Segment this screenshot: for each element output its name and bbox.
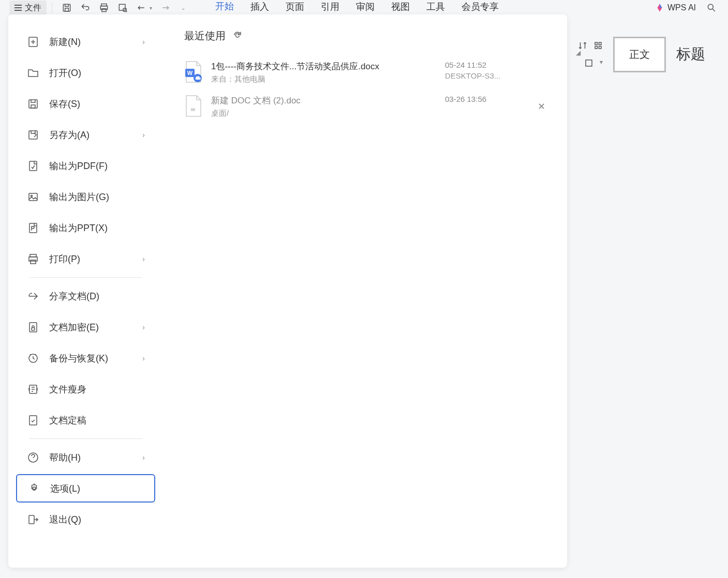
sidebar-item-slim[interactable]: 文件瘦身: [16, 375, 155, 403]
sidebar-item-label: 新建(N): [49, 36, 142, 48]
tab-page[interactable]: 页面: [286, 1, 304, 15]
sidebar-item-ppt[interactable]: 输出为PPT(X): [16, 214, 155, 242]
save-icon[interactable]: [61, 2, 73, 14]
sidebar-item-label: 另存为(A): [49, 129, 142, 141]
sidebar-item-label: 备份与恢复(K): [49, 352, 142, 364]
tab-tools[interactable]: 工具: [426, 1, 445, 15]
file-source: 桌面/: [211, 109, 437, 118]
hamburger-icon: [14, 5, 22, 11]
select-all-icon[interactable]: [593, 41, 603, 50]
expand-icon[interactable]: ◢: [576, 49, 581, 56]
svg-rect-0: [63, 4, 70, 11]
file-menu-label: 文件: [25, 3, 41, 13]
svg-rect-5: [119, 4, 125, 10]
undo-icon[interactable]: [135, 2, 147, 14]
box-icon[interactable]: [584, 58, 593, 68]
tab-start[interactable]: 开始: [215, 0, 234, 16]
chevron-right-icon: ›: [142, 354, 145, 362]
file-time: 05-24 11:52: [445, 60, 528, 69]
right-toolbar: WPS AI: [655, 0, 721, 16]
svg-text:W: W: [191, 107, 196, 112]
chevron-down-icon[interactable]: ⌄: [181, 5, 185, 11]
svg-rect-19: [29, 223, 37, 233]
file-name: 1包----商务技术文件...节活动奖品供应.docx: [211, 60, 437, 72]
tab-review[interactable]: 审阅: [356, 1, 375, 15]
sidebar-item-share[interactable]: 分享文档(D): [16, 282, 155, 310]
chevron-down-icon[interactable]: ▾: [150, 5, 152, 11]
file-menu-sidebar: 新建(N) › 打开(O) 保存(S) 另存为(A) › 输出为PDF(F) 输…: [8, 14, 164, 568]
svg-rect-1: [65, 8, 69, 11]
sidebar-item-finalize[interactable]: 文档定稿: [16, 406, 155, 434]
sidebar-item-plus-doc[interactable]: 新建(N) ›: [16, 27, 155, 56]
tab-reference[interactable]: 引用: [321, 1, 339, 15]
preview-icon[interactable]: [116, 2, 129, 14]
backup-icon: [26, 352, 40, 365]
sidebar-item-label: 打开(O): [49, 67, 145, 79]
sidebar-item-save-as[interactable]: 另存为(A) ›: [16, 120, 155, 149]
chevron-right-icon: ›: [142, 38, 145, 46]
share-icon: [26, 290, 40, 303]
ppt-icon: [26, 221, 40, 235]
style-heading[interactable]: 标题: [676, 44, 705, 64]
style-body-text[interactable]: 正文: [613, 37, 666, 72]
redo-icon[interactable]: [159, 2, 172, 14]
sidebar-item-label: 输出为PPT(X): [49, 222, 145, 234]
sidebar-divider: [29, 438, 142, 439]
separator: [52, 3, 52, 13]
svg-rect-17: [29, 193, 37, 201]
tab-insert[interactable]: 插入: [250, 1, 269, 15]
svg-rect-16: [29, 161, 37, 171]
recent-file-item[interactable]: W 新建 DOC 文档 (2).doc 桌面/ 03-26 13:56 ✕: [184, 89, 546, 124]
finalize-icon: [26, 414, 40, 427]
svg-rect-24: [32, 328, 35, 330]
search-icon[interactable]: [705, 2, 718, 14]
file-menu-button[interactable]: 文件: [9, 1, 47, 16]
sidebar-item-backup[interactable]: 备份与恢复(K) ›: [16, 344, 155, 372]
sidebar-item-print[interactable]: 打印(P) ›: [16, 245, 155, 273]
svg-rect-10: [595, 47, 598, 49]
sidebar-item-settings[interactable]: 选项(L): [16, 474, 155, 503]
svg-rect-8: [595, 42, 598, 45]
file-type-icon: W: [184, 95, 203, 117]
chevron-right-icon: ›: [142, 131, 145, 139]
sidebar-item-folder[interactable]: 打开(O): [16, 58, 155, 87]
svg-text:W: W: [187, 70, 193, 76]
save-icon: [26, 97, 40, 111]
sidebar-item-help[interactable]: 帮助(H) ›: [16, 443, 155, 471]
sidebar-item-label: 文件瘦身: [49, 383, 145, 396]
top-toolbar: 文件 ▾ ⌄ 开始 插入 页面 引用 审阅 视图 工具 会员专享 WPS AI: [0, 0, 728, 16]
sidebar-item-lock[interactable]: 文档加密(E) ›: [16, 313, 155, 341]
recent-title: 最近使用: [184, 29, 226, 43]
image-icon: [26, 190, 40, 204]
sidebar-item-label: 帮助(H): [49, 451, 142, 464]
wps-ai-button[interactable]: WPS AI: [655, 3, 696, 12]
sidebar-item-pdf[interactable]: 输出为PDF(F): [16, 151, 155, 180]
refresh-icon[interactable]: [233, 31, 242, 42]
chevron-right-icon: ›: [142, 255, 145, 263]
sidebar-item-label: 保存(S): [49, 98, 145, 110]
undo-history-icon[interactable]: [79, 2, 92, 14]
sidebar-item-exit[interactable]: 退出(Q): [16, 505, 155, 534]
sidebar-item-image[interactable]: 输出为图片(G): [16, 182, 155, 211]
print-icon[interactable]: [98, 2, 110, 14]
file-time: 03-26 13:56: [445, 95, 528, 103]
sidebar-item-label: 输出为图片(G): [49, 191, 145, 203]
tab-member[interactable]: 会员专享: [462, 1, 499, 15]
recent-file-item[interactable]: W 1包----商务技术文件...节活动奖品供应.docx 来自：其他电脑 05…: [184, 55, 546, 89]
svg-rect-9: [599, 42, 602, 45]
svg-point-7: [708, 4, 713, 9]
svg-rect-27: [29, 416, 37, 425]
chevron-down-icon[interactable]: ▾: [600, 58, 603, 68]
slim-icon: [26, 383, 40, 396]
close-icon[interactable]: ✕: [536, 101, 546, 112]
sidebar-item-save[interactable]: 保存(S): [16, 89, 155, 118]
file-location: DESKTOP-S3...: [445, 71, 528, 80]
sidebar-item-label: 分享文档(D): [49, 290, 145, 302]
sidebar-divider: [29, 277, 142, 278]
tab-view[interactable]: 视图: [391, 1, 410, 15]
lock-icon: [26, 321, 40, 334]
file-type-icon: W: [184, 60, 203, 83]
sidebar-item-label: 选项(L): [50, 482, 144, 495]
sidebar-item-label: 输出为PDF(F): [49, 160, 145, 172]
chevron-right-icon: ›: [142, 323, 145, 331]
